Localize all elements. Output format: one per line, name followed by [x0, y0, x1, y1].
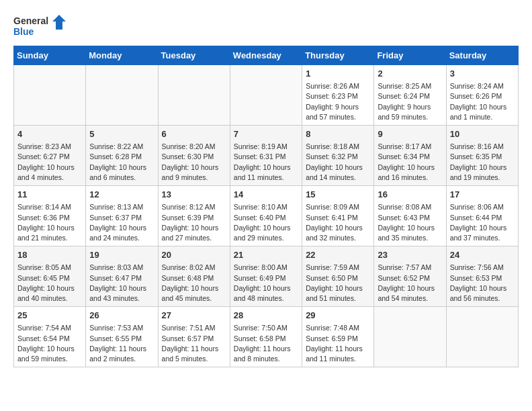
calendar-cell: 11Sunrise: 8:14 AM Sunset: 6:36 PM Dayli… [14, 186, 86, 246]
calendar-cell: 28Sunrise: 7:50 AM Sunset: 6:58 PM Dayli… [230, 307, 302, 367]
day-number: 27 [162, 310, 226, 322]
day-number: 7 [234, 128, 298, 140]
calendar-cell [158, 65, 230, 126]
day-info: Sunrise: 8:06 AM Sunset: 6:44 PM Dayligh… [450, 202, 515, 243]
day-number: 26 [89, 310, 154, 322]
day-info: Sunrise: 7:51 AM Sunset: 6:57 PM Dayligh… [162, 323, 226, 364]
weekday-header-thursday: Thursday [302, 46, 374, 65]
day-info: Sunrise: 8:26 AM Sunset: 6:23 PM Dayligh… [306, 81, 370, 122]
weekday-header-wednesday: Wednesday [230, 46, 302, 65]
calendar-cell: 1Sunrise: 8:26 AM Sunset: 6:23 PM Daylig… [302, 65, 374, 126]
day-number: 21 [234, 249, 298, 261]
day-info: Sunrise: 8:14 AM Sunset: 6:36 PM Dayligh… [17, 202, 82, 243]
week-row-2: 4Sunrise: 8:23 AM Sunset: 6:27 PM Daylig… [14, 126, 519, 186]
day-number: 12 [89, 189, 154, 201]
day-info: Sunrise: 8:03 AM Sunset: 6:47 PM Dayligh… [89, 263, 154, 304]
day-info: Sunrise: 8:22 AM Sunset: 6:28 PM Dayligh… [89, 142, 154, 183]
day-number: 14 [234, 189, 298, 201]
day-info: Sunrise: 7:59 AM Sunset: 6:50 PM Dayligh… [306, 263, 370, 304]
calendar-cell: 24Sunrise: 7:56 AM Sunset: 6:53 PM Dayli… [446, 246, 518, 307]
day-info: Sunrise: 8:18 AM Sunset: 6:32 PM Dayligh… [306, 142, 370, 183]
svg-marker-2 [52, 15, 66, 30]
day-number: 22 [306, 249, 370, 261]
svg-text:General: General [13, 15, 48, 26]
calendar-cell [86, 65, 158, 126]
calendar-cell: 27Sunrise: 7:51 AM Sunset: 6:57 PM Dayli… [158, 307, 230, 367]
weekday-header-friday: Friday [374, 46, 446, 65]
day-info: Sunrise: 7:53 AM Sunset: 6:55 PM Dayligh… [89, 323, 154, 364]
day-info: Sunrise: 8:00 AM Sunset: 6:49 PM Dayligh… [234, 263, 298, 304]
calendar-cell: 20Sunrise: 8:02 AM Sunset: 6:48 PM Dayli… [158, 246, 230, 307]
calendar-cell [374, 307, 446, 367]
day-info: Sunrise: 7:54 AM Sunset: 6:54 PM Dayligh… [17, 323, 82, 364]
day-number: 11 [17, 189, 82, 201]
day-info: Sunrise: 8:09 AM Sunset: 6:41 PM Dayligh… [306, 202, 370, 243]
day-info: Sunrise: 7:50 AM Sunset: 6:58 PM Dayligh… [234, 323, 298, 364]
day-number: 24 [450, 249, 515, 261]
calendar-cell: 3Sunrise: 8:24 AM Sunset: 6:26 PM Daylig… [446, 65, 518, 126]
day-number: 20 [162, 249, 226, 261]
day-number: 17 [450, 189, 515, 201]
day-number: 1 [306, 68, 370, 80]
day-info: Sunrise: 8:13 AM Sunset: 6:37 PM Dayligh… [89, 202, 154, 243]
day-info: Sunrise: 8:12 AM Sunset: 6:39 PM Dayligh… [162, 202, 226, 243]
weekday-header-tuesday: Tuesday [158, 46, 230, 65]
day-number: 6 [162, 128, 226, 140]
day-info: Sunrise: 8:19 AM Sunset: 6:31 PM Dayligh… [234, 142, 298, 183]
weekday-header-monday: Monday [86, 46, 158, 65]
calendar-cell: 25Sunrise: 7:54 AM Sunset: 6:54 PM Dayli… [14, 307, 86, 367]
calendar-cell [230, 65, 302, 126]
week-row-4: 18Sunrise: 8:05 AM Sunset: 6:45 PM Dayli… [14, 246, 519, 307]
day-number: 18 [17, 249, 82, 261]
day-info: Sunrise: 7:56 AM Sunset: 6:53 PM Dayligh… [450, 263, 515, 304]
day-number: 16 [378, 189, 442, 201]
day-number: 10 [450, 128, 515, 140]
calendar-cell: 29Sunrise: 7:48 AM Sunset: 6:59 PM Dayli… [302, 307, 374, 367]
calendar-cell: 5Sunrise: 8:22 AM Sunset: 6:28 PM Daylig… [86, 126, 158, 186]
calendar-cell: 13Sunrise: 8:12 AM Sunset: 6:39 PM Dayli… [158, 186, 230, 246]
day-info: Sunrise: 8:02 AM Sunset: 6:48 PM Dayligh… [162, 263, 226, 304]
day-number: 13 [162, 189, 226, 201]
calendar-cell: 10Sunrise: 8:16 AM Sunset: 6:35 PM Dayli… [446, 126, 518, 186]
day-info: Sunrise: 8:23 AM Sunset: 6:27 PM Dayligh… [17, 142, 82, 183]
calendar-cell: 23Sunrise: 7:57 AM Sunset: 6:52 PM Dayli… [374, 246, 446, 307]
calendar-cell: 18Sunrise: 8:05 AM Sunset: 6:45 PM Dayli… [14, 246, 86, 307]
day-info: Sunrise: 8:24 AM Sunset: 6:26 PM Dayligh… [450, 81, 515, 122]
logo: General Blue [13, 13, 67, 39]
day-number: 4 [17, 128, 82, 140]
calendar-cell: 7Sunrise: 8:19 AM Sunset: 6:31 PM Daylig… [230, 126, 302, 186]
calendar-table: SundayMondayTuesdayWednesdayThursdayFrid… [13, 46, 519, 367]
calendar-cell: 17Sunrise: 8:06 AM Sunset: 6:44 PM Dayli… [446, 186, 518, 246]
calendar-cell [14, 65, 86, 126]
week-row-5: 25Sunrise: 7:54 AM Sunset: 6:54 PM Dayli… [14, 307, 519, 367]
calendar-cell: 15Sunrise: 8:09 AM Sunset: 6:41 PM Dayli… [302, 186, 374, 246]
calendar-cell: 14Sunrise: 8:10 AM Sunset: 6:40 PM Dayli… [230, 186, 302, 246]
weekday-header-sunday: Sunday [14, 46, 86, 65]
week-row-3: 11Sunrise: 8:14 AM Sunset: 6:36 PM Dayli… [14, 186, 519, 246]
calendar-cell: 2Sunrise: 8:25 AM Sunset: 6:24 PM Daylig… [374, 65, 446, 126]
day-info: Sunrise: 8:10 AM Sunset: 6:40 PM Dayligh… [234, 202, 298, 243]
day-number: 28 [234, 310, 298, 322]
calendar-cell: 16Sunrise: 8:08 AM Sunset: 6:43 PM Dayli… [374, 186, 446, 246]
calendar-cell: 19Sunrise: 8:03 AM Sunset: 6:47 PM Dayli… [86, 246, 158, 307]
logo-svg: General Blue [13, 13, 67, 39]
week-row-1: 1Sunrise: 8:26 AM Sunset: 6:23 PM Daylig… [14, 65, 519, 126]
day-number: 3 [450, 68, 515, 80]
day-number: 19 [89, 249, 154, 261]
day-number: 9 [378, 128, 442, 140]
svg-text:Blue: Blue [13, 26, 34, 37]
day-number: 8 [306, 128, 370, 140]
day-info: Sunrise: 8:20 AM Sunset: 6:30 PM Dayligh… [162, 142, 226, 183]
day-number: 5 [89, 128, 154, 140]
calendar-cell: 21Sunrise: 8:00 AM Sunset: 6:49 PM Dayli… [230, 246, 302, 307]
calendar-cell [446, 307, 518, 367]
calendar-cell: 6Sunrise: 8:20 AM Sunset: 6:30 PM Daylig… [158, 126, 230, 186]
page-header: General Blue [13, 13, 519, 39]
day-number: 15 [306, 189, 370, 201]
day-number: 25 [17, 310, 82, 322]
calendar-cell: 4Sunrise: 8:23 AM Sunset: 6:27 PM Daylig… [14, 126, 86, 186]
calendar-cell: 8Sunrise: 8:18 AM Sunset: 6:32 PM Daylig… [302, 126, 374, 186]
calendar-cell: 26Sunrise: 7:53 AM Sunset: 6:55 PM Dayli… [86, 307, 158, 367]
day-number: 29 [306, 310, 370, 322]
calendar-cell: 12Sunrise: 8:13 AM Sunset: 6:37 PM Dayli… [86, 186, 158, 246]
